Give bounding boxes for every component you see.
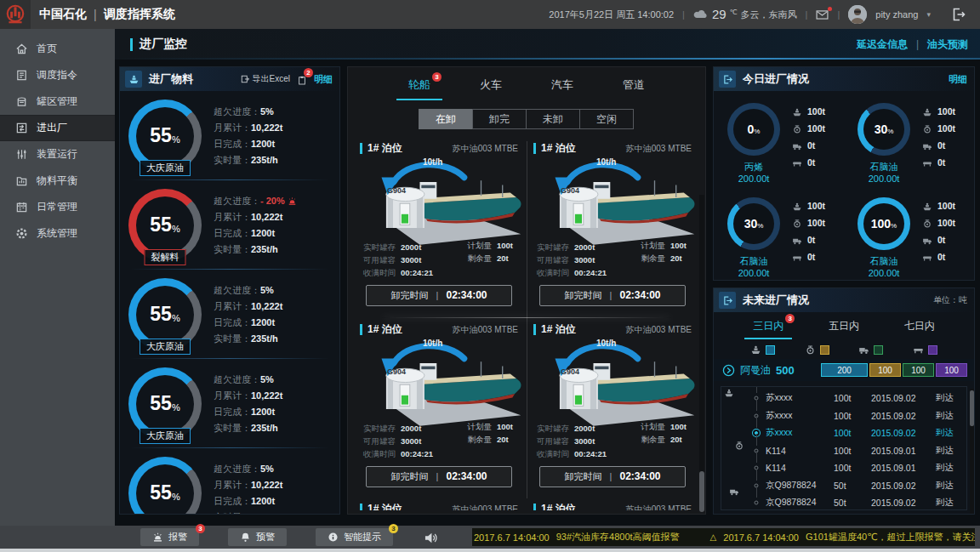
sidebar-item-label: 装置运行 (37, 147, 77, 162)
user-menu-caret[interactable]: ▾ (926, 10, 931, 19)
gauge-percent: 30% (858, 103, 910, 156)
vessel-name: 苏中油003 MTBE (453, 504, 518, 511)
today-detail-link[interactable]: 明细 (949, 73, 967, 86)
smart-tips-button[interactable]: 智能提示 3 (316, 528, 393, 546)
berth-header: 1# 泊位 苏中油003 MTBE (353, 502, 527, 510)
gauge-wrap: 30% 石脑油 200.00t (852, 103, 915, 185)
ship-icon (724, 388, 734, 398)
realtime-label: 实时量： (214, 423, 251, 433)
sidebar-item-tank-farm[interactable]: 罐区管理 (0, 88, 115, 115)
done-time-label: 卸完时间 (564, 471, 601, 481)
speaker-icon (424, 532, 438, 544)
sidebar-item-label: 日常管理 (37, 200, 77, 214)
capacity-value: 3000t (401, 436, 421, 446)
user-name[interactable]: pity zhang (875, 9, 918, 20)
arrival-row[interactable]: 苏xxxx 100t 2015.09.02 到达 (721, 387, 966, 405)
scrollbar-thumb[interactable] (970, 390, 974, 426)
month-label: 月累计： (214, 390, 251, 401)
mail-notification-dot (828, 7, 832, 11)
tab-train[interactable]: 火车 (480, 77, 502, 100)
export-excel-button[interactable]: 导出Excel (240, 73, 290, 85)
ship-swatch (766, 345, 775, 355)
unload-finish-time-button[interactable]: 卸完时间 | 02:34:00 (539, 466, 686, 487)
pipeline-amount: 0t (937, 157, 945, 168)
tab-3-days[interactable]: 三日内3 (753, 319, 783, 339)
messages-button[interactable] (816, 9, 829, 20)
subtab-unloading[interactable]: 在卸 (419, 109, 473, 129)
berth-header: 1# 泊位 苏中油003 MTBE (360, 141, 518, 156)
speaker-button[interactable] (424, 530, 438, 545)
subtab-unloaded[interactable]: 卸完 (472, 109, 527, 129)
center-scrollbar[interactable] (699, 195, 704, 509)
arrival-row[interactable]: 京Q9878824 50t 2015.09.02 到达 (721, 475, 966, 492)
sidebar-item-material-balance[interactable]: 物料平衡 (0, 168, 115, 194)
arrival-row[interactable]: 苏xxxx 100t 2015.09.02 到达 (721, 405, 966, 423)
tab-truck[interactable]: 汽车 (551, 77, 573, 100)
unload-rate: 10t/h (596, 339, 616, 348)
carrier-id: 苏xxxx (766, 427, 834, 439)
status-badge: 到达 (936, 427, 966, 439)
scrollbar-thumb[interactable] (699, 471, 704, 512)
ship-tank-illustration (537, 159, 704, 251)
tab-7-days[interactable]: 七日内 (904, 319, 935, 339)
arrival-row[interactable]: 苏xxxx 100t 2015.09.02 到达 (721, 422, 966, 440)
sidebar-item-unit-operation[interactable]: 装置运行 (0, 141, 115, 168)
summary-bar: 100 (869, 363, 901, 377)
pipeline-icon (792, 158, 802, 168)
delay-fee-link[interactable]: 延迟金信息 (857, 37, 908, 52)
tab-5-days[interactable]: 五日内 (829, 319, 859, 339)
unload-finish-time-button[interactable]: 卸完时间 | 02:34:00 (539, 285, 686, 306)
carrier-id: 京Q9878824 (766, 480, 834, 492)
progress-value: - 20% (260, 196, 285, 206)
ship-icon (792, 107, 802, 117)
material-row: 55% 大庆原油 超欠进度：5% 月累计：10,222t 日完成：1200t 实… (120, 359, 339, 448)
logout-button[interactable] (951, 7, 966, 22)
materials-panel-header: 进厂物料 导出Excel 2 明细 (120, 67, 339, 91)
train-swatch (820, 345, 829, 355)
incoming-materials-panel: 进厂物料 导出Excel 2 明细 (119, 66, 340, 515)
sidebar-item-system-management[interactable]: 系统管理 (0, 220, 115, 247)
material-gauge: 55% 大庆原油 (128, 100, 202, 173)
oil-head-predict-link[interactable]: 油头预测 (927, 37, 968, 52)
arrival-row[interactable]: K114 100t 2015.09.01 到达 (721, 440, 966, 458)
sidebar-item-daily-management[interactable]: 日常管理 (0, 194, 115, 220)
berth-header: 1# 泊位 苏中油003 MTBE (533, 141, 692, 156)
berth-illustration: 10t/h G904 (533, 157, 692, 253)
materials-detail-link[interactable]: 明细 (314, 73, 333, 86)
sidebar-item-dispatch-orders[interactable]: 调度指令 (0, 62, 115, 88)
train-icon (922, 124, 932, 134)
warning-button[interactable]: 预警 (228, 528, 287, 546)
unload-finish-time-button[interactable]: 卸完时间 | 02:34:00 (366, 466, 512, 487)
unload-rate: 10t/h (596, 157, 616, 167)
day-value: 1200t (251, 139, 275, 149)
table-scrollbar[interactable] (970, 389, 974, 514)
sidebar-item-home[interactable]: 首页 (0, 36, 115, 62)
expand-chevron-icon[interactable] (722, 364, 735, 377)
clipboard-button[interactable]: 2 (297, 72, 307, 85)
sidebar-item-in-out-plant[interactable]: 进出厂 (0, 115, 115, 141)
tab-ship[interactable]: 轮船3 (408, 77, 430, 100)
berth-card: 1# 泊位 苏中油003 MTBE 10t/h G904 实时罐存2000t 可… (527, 317, 700, 498)
today-gauge: 0% (727, 103, 780, 156)
realtime-value: 235t/h (251, 512, 278, 515)
arrival-row[interactable]: 京Q9878824 50t 2015.09.02 到达 (721, 492, 966, 509)
material-gauge: 55% 大庆原油 (128, 367, 202, 441)
material-name: 石脑油 (852, 161, 915, 174)
legend-train (805, 344, 829, 356)
ship-amount: 100t (937, 201, 955, 211)
subtab-idle[interactable]: 空闲 (579, 109, 634, 129)
berth-label: 1# 泊位 (541, 322, 576, 337)
transport-monitor-panel: 轮船3 火车 汽车 管道 在卸 卸完 未卸 空闲 1# 泊位 苏中油003 MT… (347, 66, 706, 515)
progress-value: 5% (260, 285, 274, 295)
material-name-chip: 大庆原油 (140, 160, 191, 176)
avatar[interactable] (848, 5, 867, 24)
material-amount: 200.00t (852, 268, 915, 278)
unload-finish-time-button[interactable]: 卸完时间 | 02:34:00 (366, 285, 512, 306)
weather: 29 ℃ 多云，东南风 (693, 9, 797, 21)
subtab-not-unloaded[interactable]: 未卸 (526, 109, 580, 129)
quantity: 100t (834, 428, 871, 438)
arrival-row[interactable]: K114 100t 2015.09.01 到达 (721, 457, 966, 475)
tab-pipeline[interactable]: 管道 (623, 77, 645, 100)
alarm-button[interactable]: 报警 3 (140, 528, 199, 546)
day-label: 日完成： (214, 228, 251, 238)
